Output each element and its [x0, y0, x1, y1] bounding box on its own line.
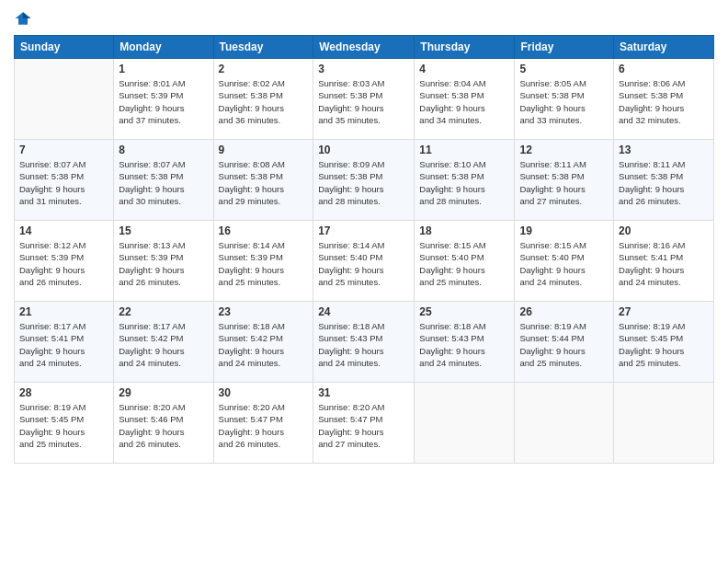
- day-info: Sunrise: 8:06 AM Sunset: 5:38 PM Dayligh…: [619, 77, 709, 126]
- calendar-cell: [614, 383, 714, 464]
- day-info: Sunrise: 8:19 AM Sunset: 5:45 PM Dayligh…: [619, 320, 709, 369]
- logo-icon: [14, 9, 32, 28]
- day-info: Sunrise: 8:20 AM Sunset: 5:47 PM Dayligh…: [318, 401, 409, 450]
- calendar-cell: 9Sunrise: 8:08 AM Sunset: 5:38 PM Daylig…: [213, 140, 313, 221]
- day-info: Sunrise: 8:11 AM Sunset: 5:38 PM Dayligh…: [519, 158, 609, 207]
- calendar-week-row: 14Sunrise: 8:12 AM Sunset: 5:39 PM Dayli…: [15, 221, 714, 302]
- day-info: Sunrise: 8:20 AM Sunset: 5:46 PM Dayligh…: [119, 401, 208, 450]
- calendar-cell: 20Sunrise: 8:16 AM Sunset: 5:41 PM Dayli…: [614, 221, 714, 302]
- day-number: 31: [318, 386, 409, 399]
- calendar-week-row: 7Sunrise: 8:07 AM Sunset: 5:38 PM Daylig…: [15, 140, 714, 221]
- day-number: 23: [219, 305, 309, 318]
- day-number: 6: [619, 63, 709, 75]
- day-number: 26: [519, 305, 609, 318]
- calendar-cell: 25Sunrise: 8:18 AM Sunset: 5:43 PM Dayli…: [415, 302, 515, 383]
- calendar-cell: 26Sunrise: 8:19 AM Sunset: 5:44 PM Dayli…: [515, 302, 614, 383]
- day-number: 1: [119, 63, 208, 75]
- calendar-cell: 2Sunrise: 8:02 AM Sunset: 5:38 PM Daylig…: [213, 59, 313, 140]
- day-info: Sunrise: 8:04 AM Sunset: 5:38 PM Dayligh…: [419, 77, 509, 126]
- day-number: 13: [619, 144, 709, 156]
- day-number: 27: [619, 305, 709, 318]
- calendar-cell: 30Sunrise: 8:20 AM Sunset: 5:47 PM Dayli…: [213, 383, 313, 464]
- calendar-cell: 24Sunrise: 8:18 AM Sunset: 5:43 PM Dayli…: [313, 302, 415, 383]
- calendar-cell: 21Sunrise: 8:17 AM Sunset: 5:41 PM Dayli…: [15, 302, 114, 383]
- day-number: 25: [419, 305, 509, 318]
- day-info: Sunrise: 8:02 AM Sunset: 5:38 PM Dayligh…: [219, 77, 309, 126]
- calendar-cell: 8Sunrise: 8:07 AM Sunset: 5:38 PM Daylig…: [114, 140, 213, 221]
- day-number: 11: [419, 144, 509, 156]
- day-info: Sunrise: 8:17 AM Sunset: 5:42 PM Dayligh…: [119, 320, 208, 369]
- calendar-cell: 7Sunrise: 8:07 AM Sunset: 5:38 PM Daylig…: [15, 140, 114, 221]
- calendar-cell: 12Sunrise: 8:11 AM Sunset: 5:38 PM Dayli…: [515, 140, 614, 221]
- weekday-header-thursday: Thursday: [415, 36, 515, 59]
- day-info: Sunrise: 8:07 AM Sunset: 5:38 PM Dayligh…: [119, 158, 208, 207]
- calendar-week-row: 28Sunrise: 8:19 AM Sunset: 5:45 PM Dayli…: [15, 383, 714, 464]
- logo: [14, 9, 36, 28]
- weekday-header-wednesday: Wednesday: [313, 36, 415, 59]
- day-number: 22: [119, 305, 208, 318]
- weekday-header-monday: Monday: [114, 36, 213, 59]
- calendar-week-row: 1Sunrise: 8:01 AM Sunset: 5:39 PM Daylig…: [15, 59, 714, 140]
- day-info: Sunrise: 8:14 AM Sunset: 5:39 PM Dayligh…: [219, 239, 309, 288]
- weekday-header-friday: Friday: [515, 36, 614, 59]
- day-info: Sunrise: 8:18 AM Sunset: 5:43 PM Dayligh…: [419, 320, 509, 369]
- calendar-cell: [15, 59, 114, 140]
- calendar-cell: 14Sunrise: 8:12 AM Sunset: 5:39 PM Dayli…: [15, 221, 114, 302]
- calendar-cell: 29Sunrise: 8:20 AM Sunset: 5:46 PM Dayli…: [114, 383, 213, 464]
- calendar-cell: 31Sunrise: 8:20 AM Sunset: 5:47 PM Dayli…: [313, 383, 415, 464]
- calendar-cell: 11Sunrise: 8:10 AM Sunset: 5:38 PM Dayli…: [415, 140, 515, 221]
- day-info: Sunrise: 8:19 AM Sunset: 5:44 PM Dayligh…: [519, 320, 609, 369]
- header: [14, 9, 714, 28]
- calendar-cell: 23Sunrise: 8:18 AM Sunset: 5:42 PM Dayli…: [213, 302, 313, 383]
- day-number: 2: [219, 63, 309, 75]
- day-number: 30: [219, 386, 309, 399]
- day-info: Sunrise: 8:18 AM Sunset: 5:42 PM Dayligh…: [219, 320, 309, 369]
- calendar-cell: 15Sunrise: 8:13 AM Sunset: 5:39 PM Dayli…: [114, 221, 213, 302]
- day-number: 21: [19, 305, 108, 318]
- calendar-cell: 17Sunrise: 8:14 AM Sunset: 5:40 PM Dayli…: [313, 221, 415, 302]
- day-info: Sunrise: 8:01 AM Sunset: 5:39 PM Dayligh…: [119, 77, 208, 126]
- day-number: 24: [318, 305, 409, 318]
- weekday-header-sunday: Sunday: [15, 36, 114, 59]
- day-number: 29: [119, 386, 208, 399]
- weekday-header-saturday: Saturday: [614, 36, 714, 59]
- day-number: 20: [619, 224, 709, 237]
- calendar-cell: 18Sunrise: 8:15 AM Sunset: 5:40 PM Dayli…: [415, 221, 515, 302]
- day-info: Sunrise: 8:18 AM Sunset: 5:43 PM Dayligh…: [318, 320, 409, 369]
- calendar-week-row: 21Sunrise: 8:17 AM Sunset: 5:41 PM Dayli…: [15, 302, 714, 383]
- day-info: Sunrise: 8:13 AM Sunset: 5:39 PM Dayligh…: [119, 239, 208, 288]
- calendar-cell: 10Sunrise: 8:09 AM Sunset: 5:38 PM Dayli…: [313, 140, 415, 221]
- day-info: Sunrise: 8:03 AM Sunset: 5:38 PM Dayligh…: [318, 77, 409, 126]
- day-number: 28: [19, 386, 108, 399]
- calendar-header-row: SundayMondayTuesdayWednesdayThursdayFrid…: [15, 36, 714, 59]
- day-info: Sunrise: 8:11 AM Sunset: 5:38 PM Dayligh…: [619, 158, 709, 207]
- day-number: 14: [19, 224, 108, 237]
- day-info: Sunrise: 8:14 AM Sunset: 5:40 PM Dayligh…: [318, 239, 409, 288]
- day-info: Sunrise: 8:05 AM Sunset: 5:38 PM Dayligh…: [519, 77, 609, 126]
- calendar-cell: 4Sunrise: 8:04 AM Sunset: 5:38 PM Daylig…: [415, 59, 515, 140]
- day-info: Sunrise: 8:20 AM Sunset: 5:47 PM Dayligh…: [219, 401, 309, 450]
- day-number: 8: [119, 144, 208, 156]
- day-info: Sunrise: 8:16 AM Sunset: 5:41 PM Dayligh…: [619, 239, 709, 288]
- day-number: 16: [219, 224, 309, 237]
- calendar-cell: 6Sunrise: 8:06 AM Sunset: 5:38 PM Daylig…: [614, 59, 714, 140]
- svg-marker-1: [23, 12, 30, 18]
- day-number: 10: [318, 144, 409, 156]
- day-number: 5: [519, 63, 609, 75]
- page-container: SundayMondayTuesdayWednesdayThursdayFrid…: [0, 0, 728, 563]
- calendar-cell: 28Sunrise: 8:19 AM Sunset: 5:45 PM Dayli…: [15, 383, 114, 464]
- day-info: Sunrise: 8:08 AM Sunset: 5:38 PM Dayligh…: [219, 158, 309, 207]
- day-number: 7: [19, 144, 108, 156]
- day-number: 4: [419, 63, 509, 75]
- day-number: 17: [318, 224, 409, 237]
- calendar-cell: 16Sunrise: 8:14 AM Sunset: 5:39 PM Dayli…: [213, 221, 313, 302]
- day-info: Sunrise: 8:19 AM Sunset: 5:45 PM Dayligh…: [19, 401, 108, 450]
- calendar-cell: 5Sunrise: 8:05 AM Sunset: 5:38 PM Daylig…: [515, 59, 614, 140]
- day-number: 12: [519, 144, 609, 156]
- calendar-cell: [415, 383, 515, 464]
- day-number: 9: [219, 144, 309, 156]
- calendar-table: SundayMondayTuesdayWednesdayThursdayFrid…: [14, 35, 714, 464]
- day-info: Sunrise: 8:09 AM Sunset: 5:38 PM Dayligh…: [318, 158, 409, 207]
- calendar-cell: 22Sunrise: 8:17 AM Sunset: 5:42 PM Dayli…: [114, 302, 213, 383]
- calendar-cell: 1Sunrise: 8:01 AM Sunset: 5:39 PM Daylig…: [114, 59, 213, 140]
